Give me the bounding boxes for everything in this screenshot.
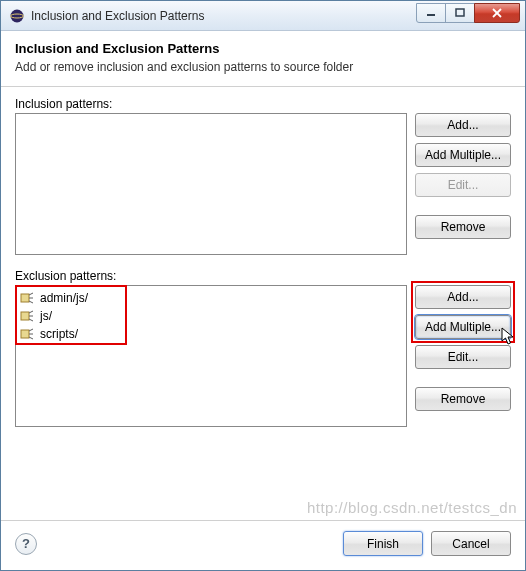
inclusion-add-multiple-button[interactable]: Add Multiple... [415, 143, 511, 167]
watermark-text: http://blog.csdn.net/testcs_dn [307, 499, 517, 516]
list-item[interactable]: js/ [20, 307, 402, 325]
minimize-button[interactable] [416, 3, 446, 23]
dialog-title: Inclusion and Exclusion Patterns [15, 41, 511, 56]
cancel-button[interactable]: Cancel [431, 531, 511, 556]
svg-line-7 [29, 293, 33, 295]
inclusion-label: Inclusion patterns: [15, 97, 511, 111]
svg-rect-6 [21, 294, 29, 302]
eclipse-icon [9, 8, 25, 24]
filter-icon [20, 291, 36, 305]
exclusion-listbox[interactable]: admin/js/js/scripts/ [15, 285, 407, 427]
dialog-description: Add or remove inclusion and exclusion pa… [15, 60, 511, 74]
window-controls [417, 3, 520, 23]
close-button[interactable] [474, 3, 520, 23]
exclusion-add-multiple-button[interactable]: Add Multiple... [415, 315, 511, 339]
window-title: Inclusion and Exclusion Patterns [31, 9, 417, 23]
exclusion-label: Exclusion patterns: [15, 269, 511, 283]
svg-line-15 [29, 329, 33, 331]
svg-line-11 [29, 311, 33, 313]
svg-rect-3 [456, 9, 464, 16]
svg-line-9 [29, 301, 33, 303]
svg-line-13 [29, 319, 33, 321]
inclusion-remove-button[interactable]: Remove [415, 215, 511, 239]
list-item-label: admin/js/ [40, 291, 88, 305]
exclusion-edit-button[interactable]: Edit... [415, 345, 511, 369]
filter-icon [20, 309, 36, 323]
inclusion-add-button[interactable]: Add... [415, 113, 511, 137]
inclusion-edit-button: Edit... [415, 173, 511, 197]
svg-rect-14 [21, 330, 29, 338]
svg-line-17 [29, 337, 33, 339]
finish-button[interactable]: Finish [343, 531, 423, 556]
list-item[interactable]: admin/js/ [20, 289, 402, 307]
dialog-footer: ? Finish Cancel [1, 520, 525, 570]
help-icon[interactable]: ? [15, 533, 37, 555]
svg-point-0 [11, 9, 24, 22]
filter-icon [20, 327, 36, 341]
dialog-header: Inclusion and Exclusion Patterns Add or … [1, 31, 525, 87]
exclusion-remove-button[interactable]: Remove [415, 387, 511, 411]
exclusion-add-button[interactable]: Add... [415, 285, 511, 309]
titlebar: Inclusion and Exclusion Patterns [1, 1, 525, 31]
list-item-label: scripts/ [40, 327, 78, 341]
list-item-label: js/ [40, 309, 52, 323]
list-item[interactable]: scripts/ [20, 325, 402, 343]
svg-rect-10 [21, 312, 29, 320]
inclusion-listbox[interactable] [15, 113, 407, 255]
maximize-button[interactable] [445, 3, 475, 23]
